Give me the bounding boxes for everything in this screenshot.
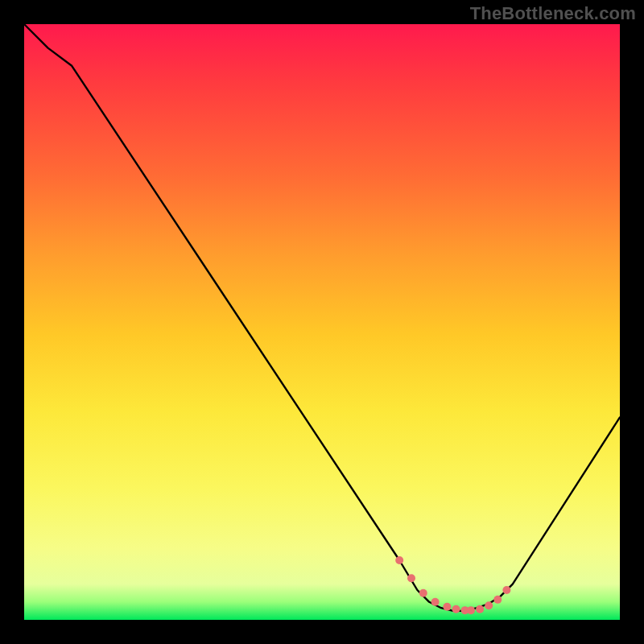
plot-area [24,24,620,620]
optimal-range-dots [395,556,510,614]
optimal-dot [395,556,403,564]
bottleneck-curve-path [24,24,620,611]
optimal-dot [485,601,493,609]
optimal-dot [493,596,502,604]
optimal-dot [502,586,510,594]
optimal-dot [452,605,460,613]
chart-svg [24,24,620,620]
watermark-text: TheBottleneck.com [470,3,636,24]
optimal-dot [431,598,440,606]
chart-frame: TheBottleneck.com [0,0,644,644]
optimal-dot [419,589,427,597]
optimal-dot [407,574,415,582]
optimal-dot [443,603,451,611]
optimal-dot [467,606,475,614]
optimal-dot [476,605,484,613]
